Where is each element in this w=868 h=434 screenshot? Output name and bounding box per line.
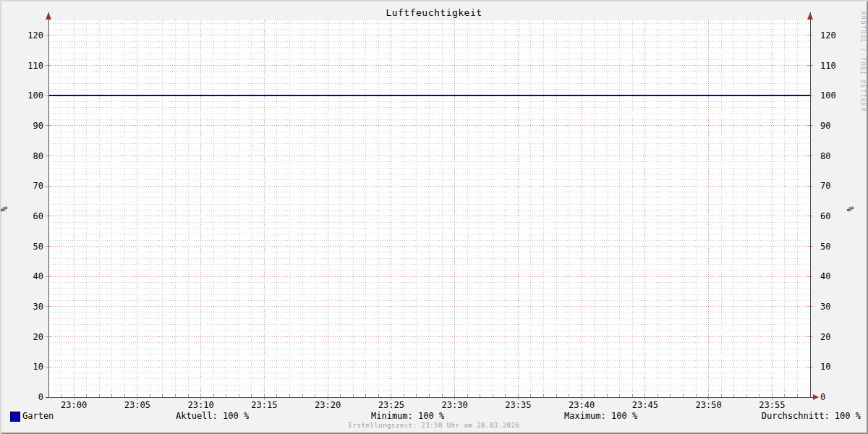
svg-text:70: 70	[33, 181, 43, 191]
svg-text:23:05: 23:05	[124, 400, 150, 410]
svg-text:23:00: 23:00	[61, 400, 87, 410]
svg-text:80: 80	[33, 151, 43, 161]
svg-text:0: 0	[820, 392, 825, 402]
stat-aktuell: Aktuell: 100 %	[176, 411, 249, 421]
svg-text:90: 90	[33, 121, 43, 131]
chart-plot-area: 23:0023:0523:1023:1523:2023:2523:3023:35…	[0, 0, 868, 434]
legend-series-label: Garten	[22, 411, 54, 421]
svg-text:100: 100	[27, 90, 43, 101]
svg-text:23:20: 23:20	[315, 400, 341, 410]
stat-maximum: Maximum: 100 %	[564, 411, 637, 421]
svg-text:10: 10	[820, 362, 830, 372]
stat-durchschnitt: Durchschnitt: 100 %	[762, 411, 861, 421]
svg-text:50: 50	[820, 242, 830, 252]
svg-text:23:50: 23:50	[696, 400, 722, 410]
svg-text:70: 70	[820, 181, 830, 191]
svg-text:80: 80	[820, 151, 830, 161]
svg-text:60: 60	[33, 211, 43, 221]
svg-text:23:40: 23:40	[569, 400, 595, 410]
svg-text:23:15: 23:15	[251, 400, 277, 410]
legend-row: Garten Aktuell: 100 % Minimum: 100 % Max…	[0, 411, 868, 422]
creation-time: Erstellungszeit: 23:58 Uhr am 28.03.2026	[0, 422, 868, 429]
svg-text:30: 30	[33, 302, 43, 312]
svg-text:120: 120	[27, 30, 43, 41]
svg-text:20: 20	[33, 332, 43, 342]
svg-text:23:25: 23:25	[378, 400, 404, 410]
svg-text:20: 20	[820, 332, 830, 342]
svg-text:50: 50	[33, 242, 43, 252]
stat-minimum: Minimum: 100 %	[371, 411, 444, 421]
rrdtool-watermark: RRDTOOL / TOBI OETIKER	[859, 12, 866, 112]
svg-text:110: 110	[27, 61, 43, 71]
svg-text:23:35: 23:35	[505, 400, 531, 410]
svg-text:23:30: 23:30	[442, 400, 468, 410]
svg-text:40: 40	[33, 271, 43, 281]
svg-text:30: 30	[820, 302, 830, 312]
y-axis-unit-right: %	[846, 206, 856, 211]
legend-swatch	[10, 412, 20, 422]
svg-text:23:55: 23:55	[759, 400, 785, 410]
svg-text:90: 90	[820, 121, 830, 131]
svg-text:10: 10	[33, 362, 43, 372]
rrdtool-humidity-graph: Luftfeuchtigkeit 23:0023:0523:1023:1523:…	[0, 0, 868, 434]
svg-text:23:45: 23:45	[632, 400, 658, 410]
svg-text:120: 120	[820, 30, 836, 41]
svg-text:23:10: 23:10	[188, 400, 214, 410]
y-axis-unit-left: %	[0, 206, 9, 211]
svg-text:100: 100	[820, 90, 836, 101]
svg-text:40: 40	[820, 271, 830, 281]
svg-text:60: 60	[820, 211, 830, 221]
svg-text:110: 110	[820, 61, 836, 71]
svg-text:0: 0	[38, 392, 43, 402]
chart-title: Luftfeuchtigkeit	[0, 7, 868, 18]
